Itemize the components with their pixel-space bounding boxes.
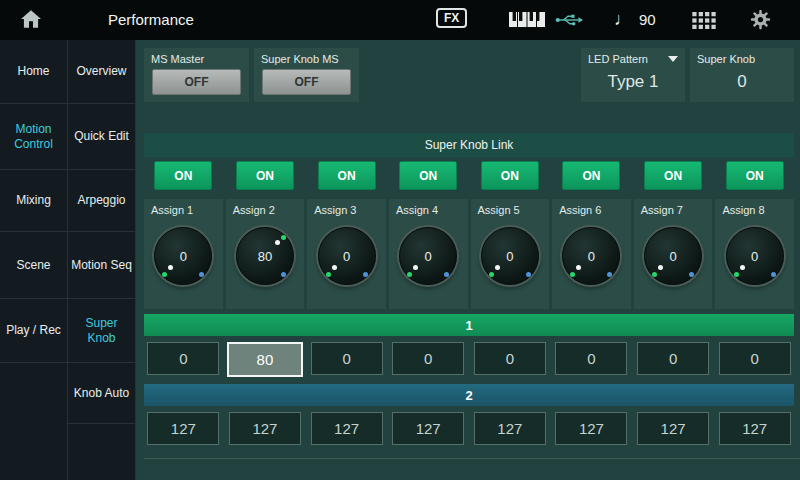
assign-7-value: 0 (640, 223, 706, 289)
sidebar-item-home[interactable]: Home (0, 40, 67, 104)
link-toggle-2[interactable]: ON (236, 161, 294, 190)
row1-value-2[interactable]: 80 (227, 342, 303, 377)
ms-master-toggle[interactable]: OFF (152, 69, 241, 95)
super-knob-ms-panel: Super Knob MS OFF (254, 48, 359, 102)
row1-value-7[interactable]: 0 (637, 342, 709, 375)
row2-value-7[interactable]: 127 (637, 412, 709, 445)
assign-1-knob[interactable]: 0 (150, 223, 216, 289)
sidebar-main: Home Motion Control Mixing Scene Play / … (0, 40, 68, 480)
gear-icon[interactable] (750, 9, 771, 34)
row1-value-6[interactable]: 0 (555, 342, 627, 375)
row2-value-8[interactable]: 127 (719, 412, 791, 445)
row2-value-4[interactable]: 127 (392, 412, 464, 445)
assign-2-label: Assign 2 (226, 199, 305, 216)
knob-blue-dot (281, 272, 286, 277)
knob-pointer-dot (275, 240, 280, 245)
keyboard-icon[interactable] (508, 11, 546, 32)
row2-value-3[interactable]: 127 (311, 412, 383, 445)
knob-pointer-dot (332, 265, 337, 270)
dropdown-arrow-icon (668, 56, 678, 62)
sidebar-item-play-rec[interactable]: Play / Rec (0, 299, 67, 363)
link-toggle-5[interactable]: ON (481, 161, 539, 190)
sidebar-item-mixing[interactable]: Mixing (0, 170, 67, 232)
tempo-value: 90 (639, 11, 656, 28)
main-content: MS Master OFF Super Knob MS OFF LED Patt… (136, 40, 800, 480)
assign-5-value: 0 (477, 223, 543, 289)
link-toggle-7[interactable]: ON (644, 161, 702, 190)
assign-4-knob[interactable]: 0 (395, 223, 461, 289)
ms-master-label: MS Master (144, 48, 249, 65)
assign-1-label: Assign 1 (144, 199, 223, 216)
assign-8-label: Assign 8 (715, 199, 794, 216)
assign-1-value: 0 (150, 223, 216, 289)
sidebar-item-scene[interactable]: Scene (0, 232, 67, 299)
sidebar-item-overview[interactable]: Overview (68, 40, 135, 104)
assign-5-knob[interactable]: 0 (477, 223, 543, 289)
row2-value-2[interactable]: 127 (229, 412, 301, 445)
top-row-spacer (364, 48, 581, 102)
row2-value-6[interactable]: 127 (555, 412, 627, 445)
sidebar-item-arpeggio[interactable]: Arpeggio (68, 170, 135, 232)
assign-3-value: 0 (314, 223, 380, 289)
super-knob-link-header: Super Knob Link (144, 133, 794, 157)
knob-pointer-dot (740, 265, 745, 270)
fx-badge[interactable]: FX (436, 8, 467, 28)
assign-3-knob[interactable]: 0 (314, 223, 380, 289)
assign-4-label: Assign 4 (389, 199, 468, 216)
row1-value-3[interactable]: 0 (311, 342, 383, 375)
row2-value-1[interactable]: 127 (147, 412, 219, 445)
assign-6-value: 0 (558, 223, 624, 289)
topbar: Performance FX (0, 0, 800, 40)
super-knob-link-row: ON ON ON ON ON ON ON ON (144, 161, 794, 190)
assign-8-knob[interactable]: 0 (722, 223, 788, 289)
assign-6-label: Assign 6 (552, 199, 631, 216)
usb-icon (554, 12, 584, 32)
row1-value-4[interactable]: 0 (392, 342, 464, 375)
assign-2-knob[interactable]: 80 (232, 223, 298, 289)
live-set-grid-icon[interactable] (692, 12, 716, 33)
assign-4-value: 0 (395, 223, 461, 289)
super-knob-ms-label: Super Knob MS (254, 48, 359, 65)
sidebar-item-motion-seq[interactable]: Motion Seq (68, 232, 135, 299)
link-toggle-6[interactable]: ON (562, 161, 620, 190)
row1-header: 1 (144, 314, 794, 336)
link-toggle-8[interactable]: ON (726, 161, 784, 190)
sidebar-item-quick-edit[interactable]: Quick Edit (68, 104, 135, 170)
assign-8-value: 0 (722, 223, 788, 289)
assign-6-panel: Assign 6 0 (552, 199, 631, 309)
sidebar-item-super-knob[interactable]: Super Knob (68, 299, 135, 363)
assign-7-knob[interactable]: 0 (640, 223, 706, 289)
row2-values: 127 127 127 127 127 127 127 127 (144, 412, 794, 445)
tempo-display[interactable]: ♩ 90 (614, 8, 656, 30)
knob-green-dot (734, 272, 739, 277)
sidebar-item-knob-auto[interactable]: Knob Auto (68, 363, 135, 424)
top-control-row: MS Master OFF Super Knob MS OFF LED Patt… (144, 48, 794, 102)
led-pattern-select[interactable]: LED Pattern Type 1 (581, 48, 685, 102)
knob-green-dot (489, 272, 494, 277)
link-toggle-4[interactable]: ON (399, 161, 457, 190)
page-title: Performance (108, 11, 194, 28)
row2-value-5[interactable]: 127 (474, 412, 546, 445)
link-toggle-1[interactable]: ON (154, 161, 212, 190)
assign-4-panel: Assign 4 0 (389, 199, 468, 309)
row1-value-8[interactable]: 0 (719, 342, 791, 375)
super-knob-ms-toggle[interactable]: OFF (262, 69, 351, 95)
row1-value-1[interactable]: 0 (147, 342, 219, 375)
knob-blue-dot (771, 272, 776, 277)
assign-7-panel: Assign 7 0 (634, 199, 713, 309)
home-icon[interactable] (20, 9, 42, 33)
sidebar-main-filler (0, 363, 67, 480)
sidebar-sub: Overview Quick Edit Arpeggio Motion Seq … (68, 40, 136, 480)
row1-value-5[interactable]: 0 (474, 342, 546, 375)
led-pattern-value: Type 1 (581, 65, 685, 102)
super-knob-value-panel[interactable]: Super Knob 0 (690, 48, 794, 102)
knob-blue-dot (526, 272, 531, 277)
sidebar-sub-filler (68, 424, 135, 480)
super-knob-value: 0 (690, 65, 794, 102)
knob-green-dot (281, 235, 286, 240)
assign-2-panel: Assign 2 80 (226, 199, 305, 309)
sidebar-item-motion-control[interactable]: Motion Control (0, 104, 67, 170)
assign-6-knob[interactable]: 0 (558, 223, 624, 289)
row1-values: 0 80 0 0 0 0 0 0 (144, 342, 794, 377)
link-toggle-3[interactable]: ON (318, 161, 376, 190)
